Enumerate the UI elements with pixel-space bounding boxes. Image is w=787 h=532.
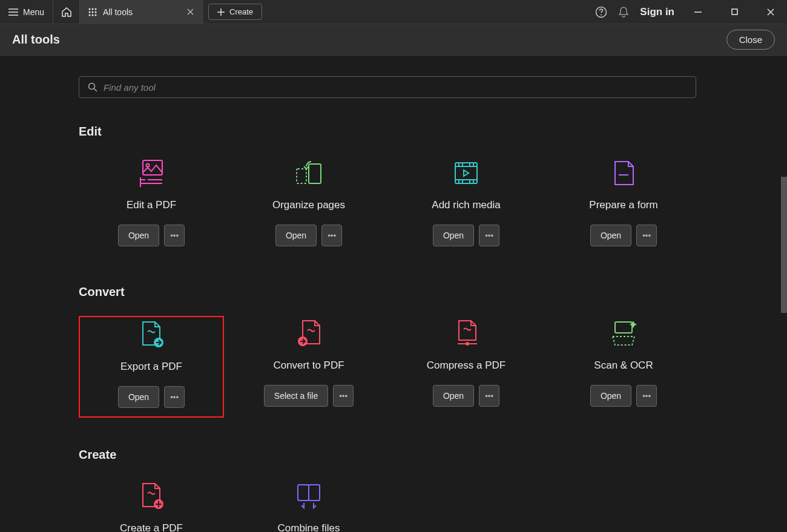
close-button[interactable]: Close bbox=[726, 30, 775, 50]
svg-rect-23 bbox=[298, 485, 309, 501]
svg-point-10 bbox=[601, 14, 602, 15]
tool-create-pdf[interactable]: Create a PDF Open ••• bbox=[79, 479, 224, 532]
edit-pdf-icon bbox=[134, 158, 168, 188]
create-grid: Create a PDF Open ••• Combine files Open… bbox=[79, 479, 696, 532]
svg-point-2 bbox=[95, 8, 97, 10]
open-button[interactable]: Open bbox=[118, 225, 159, 246]
open-button[interactable]: Open bbox=[590, 385, 631, 407]
search-input[interactable] bbox=[104, 82, 687, 93]
more-button[interactable]: ••• bbox=[164, 386, 185, 408]
combine-files-icon bbox=[292, 481, 326, 511]
add-rich-media-icon bbox=[449, 158, 483, 188]
tool-label: Compress a PDF bbox=[427, 360, 505, 372]
create-label: Create bbox=[229, 7, 253, 16]
home-button[interactable] bbox=[53, 0, 80, 24]
hamburger-icon bbox=[8, 8, 18, 16]
open-button[interactable]: Open bbox=[433, 385, 474, 407]
tool-organize-pages[interactable]: Organize pages Open ••• bbox=[236, 156, 381, 255]
tool-combine-files[interactable]: Combine files Open ••• bbox=[236, 479, 381, 532]
more-button[interactable]: ••• bbox=[479, 385, 499, 407]
tool-label: Convert to PDF bbox=[273, 360, 344, 372]
more-icon: ••• bbox=[642, 231, 651, 240]
more-icon: ••• bbox=[170, 393, 179, 402]
svg-point-0 bbox=[89, 8, 91, 10]
tool-edit-pdf[interactable]: Edit a PDF Open ••• bbox=[79, 156, 224, 255]
tool-label: Add rich media bbox=[432, 199, 500, 211]
open-button[interactable]: Open bbox=[275, 225, 317, 246]
page-title: All tools bbox=[12, 33, 60, 47]
tool-label: Organize pages bbox=[272, 199, 345, 211]
tool-label: Combine files bbox=[278, 522, 340, 532]
svg-point-12 bbox=[89, 84, 95, 90]
more-icon: ••• bbox=[485, 231, 493, 240]
home-icon bbox=[61, 7, 72, 17]
apps-grid-icon bbox=[88, 8, 97, 16]
svg-rect-15 bbox=[309, 164, 321, 183]
titlebar: Menu All tools Create Sign in bbox=[0, 0, 787, 24]
edit-grid: Edit a PDF Open ••• Organize pages Open … bbox=[79, 156, 696, 255]
tab-all-tools[interactable]: All tools bbox=[80, 0, 203, 24]
svg-point-3 bbox=[89, 11, 91, 13]
more-icon: ••• bbox=[328, 231, 336, 240]
svg-rect-13 bbox=[143, 160, 162, 175]
tool-compress-pdf[interactable]: Compress a PDF Open ••• bbox=[394, 316, 539, 418]
tool-label: Scan & OCR bbox=[594, 360, 653, 372]
window-maximize-button[interactable] bbox=[722, 0, 747, 24]
tool-export-pdf[interactable]: Export a PDF Open ••• bbox=[79, 316, 224, 418]
subheader: All tools Close bbox=[0, 24, 787, 56]
svg-rect-16 bbox=[297, 169, 306, 183]
svg-point-14 bbox=[147, 164, 150, 167]
convert-to-pdf-icon bbox=[292, 318, 326, 349]
more-button[interactable]: ••• bbox=[479, 225, 499, 246]
window-close-button[interactable] bbox=[758, 0, 783, 24]
svg-point-7 bbox=[92, 14, 94, 16]
select-file-button[interactable]: Select a file bbox=[264, 385, 328, 407]
create-pdf-icon bbox=[134, 481, 168, 511]
svg-point-6 bbox=[89, 14, 91, 16]
section-title-convert: Convert bbox=[79, 285, 696, 299]
more-button[interactable]: ••• bbox=[333, 385, 354, 407]
menu-label: Menu bbox=[23, 7, 44, 17]
search-icon bbox=[88, 82, 97, 92]
svg-point-8 bbox=[95, 14, 97, 16]
window-minimize-button[interactable] bbox=[685, 0, 711, 24]
more-button[interactable]: ••• bbox=[321, 225, 342, 246]
tool-label: Export a PDF bbox=[120, 361, 182, 373]
open-button[interactable]: Open bbox=[590, 225, 631, 246]
tool-prepare-form[interactable]: Prepare a form Open ••• bbox=[551, 156, 696, 255]
svg-point-1 bbox=[92, 8, 94, 10]
more-button[interactable]: ••• bbox=[636, 385, 657, 407]
tab-label: All tools bbox=[103, 7, 133, 17]
open-button[interactable]: Open bbox=[433, 225, 474, 246]
section-title-edit: Edit bbox=[79, 125, 696, 139]
tool-scan-ocr[interactable]: Scan & OCR Open ••• bbox=[551, 316, 696, 418]
bell-icon[interactable] bbox=[618, 6, 629, 18]
tool-label: Edit a PDF bbox=[127, 199, 176, 211]
search-box[interactable] bbox=[79, 76, 696, 98]
compress-pdf-icon bbox=[449, 318, 483, 349]
help-icon[interactable] bbox=[595, 6, 607, 18]
more-icon: ••• bbox=[642, 392, 651, 401]
more-icon: ••• bbox=[485, 392, 493, 401]
open-button[interactable]: Open bbox=[118, 386, 159, 408]
content-area: Edit Edit a PDF Open ••• Organize pages … bbox=[0, 56, 787, 532]
more-button[interactable]: ••• bbox=[164, 225, 185, 246]
scrollbar[interactable] bbox=[781, 177, 787, 313]
more-icon: ••• bbox=[170, 231, 179, 240]
tool-add-rich-media[interactable]: Add rich media Open ••• bbox=[394, 156, 539, 255]
svg-point-20 bbox=[466, 342, 469, 346]
tool-label: Create a PDF bbox=[120, 522, 183, 532]
svg-rect-11 bbox=[732, 9, 737, 15]
organize-pages-icon bbox=[292, 158, 326, 188]
scan-ocr-icon bbox=[607, 318, 640, 349]
plus-icon bbox=[217, 8, 225, 16]
create-button[interactable]: Create bbox=[208, 4, 262, 20]
more-button[interactable]: ••• bbox=[636, 225, 657, 246]
signin-button[interactable]: Sign in bbox=[640, 6, 674, 18]
tool-label: Prepare a form bbox=[589, 199, 657, 211]
more-icon: ••• bbox=[339, 392, 347, 401]
tool-convert-to-pdf[interactable]: Convert to PDF Select a file ••• bbox=[236, 316, 381, 418]
svg-rect-21 bbox=[615, 322, 632, 333]
menu-button[interactable]: Menu bbox=[0, 0, 53, 24]
tab-close-icon[interactable] bbox=[187, 8, 194, 15]
